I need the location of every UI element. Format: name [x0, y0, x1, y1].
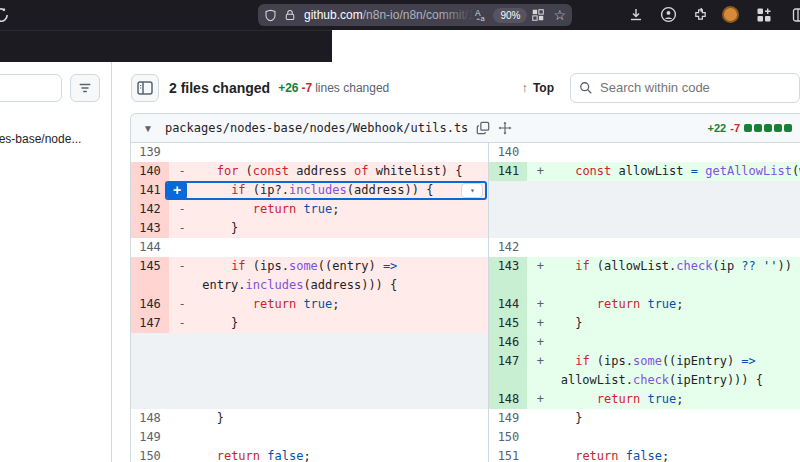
diff-filler-row [131, 333, 488, 409]
file-filter-input[interactable] [0, 74, 62, 102]
line-number[interactable]: 145 [489, 314, 527, 333]
copy-path-button[interactable] [476, 121, 490, 135]
arrow-up-icon: ↑ [521, 80, 528, 95]
line-marker: - [169, 200, 195, 219]
diff-row-new-141: 141+ const allowList = getAllowList(whit… [489, 162, 800, 181]
line-marker [527, 409, 553, 428]
line-number[interactable]: 143 [131, 219, 169, 238]
line-number[interactable]: 150 [131, 447, 169, 462]
sidebar-toggle-icon [137, 81, 153, 95]
line-number[interactable]: 144 [131, 238, 169, 257]
diff-row-new-145: 145+ } [489, 314, 800, 333]
grid-icon[interactable] [531, 8, 545, 22]
line-marker: + [527, 352, 553, 390]
diff-row-new-142: 142 [489, 238, 800, 257]
line-code [553, 333, 800, 352]
reload-icon[interactable] [0, 6, 10, 24]
line-code: return true; [553, 295, 800, 314]
diff-row-new-150: 150 [489, 428, 800, 447]
line-marker: - [169, 257, 195, 295]
line-code: return false; [195, 447, 488, 462]
line-marker: - [169, 162, 195, 181]
line-number[interactable]: 147 [489, 352, 527, 390]
line-marker: + [527, 257, 553, 295]
diff-row-old-146: 146- return true; [131, 295, 488, 314]
line-number[interactable]: 140 [131, 162, 169, 181]
line-marker [169, 238, 195, 257]
line-number[interactable]: 139 [131, 143, 169, 162]
search-input[interactable] [600, 80, 780, 95]
line-number[interactable]: 148 [131, 409, 169, 428]
diff-blocks [742, 124, 792, 132]
line-code: return false; [553, 447, 800, 462]
diff-row-new-146: 146+ [489, 333, 800, 352]
extension-icon[interactable] [693, 7, 708, 22]
diff-header: 2 files changed +26 -7 lines changed ↑ T… [113, 62, 800, 113]
zoom-level-badge[interactable]: 90% [493, 8, 527, 23]
line-number[interactable]: 150 [489, 428, 527, 447]
line-number[interactable]: 141 [131, 181, 169, 200]
line-number[interactable]: 142 [489, 238, 527, 257]
line-marker: + [527, 314, 553, 333]
tree-item-file[interactable]: les-base/node... [0, 132, 81, 146]
line-marker [169, 447, 195, 462]
account-icon[interactable] [660, 6, 677, 23]
search-within-code-box[interactable] [570, 73, 800, 103]
line-code: } [553, 314, 800, 333]
line-code: } [195, 219, 488, 238]
line-number[interactable]: 146 [489, 333, 527, 352]
line-number[interactable]: 142 [131, 200, 169, 219]
line-number[interactable]: 140 [489, 143, 527, 162]
back-to-top-link[interactable]: ↑ Top [521, 80, 554, 95]
line-number[interactable]: 141 [489, 162, 527, 181]
line-number[interactable]: 145 [131, 257, 169, 295]
line-number[interactable]: 151 [489, 447, 527, 462]
line-number[interactable]: 143 [489, 257, 527, 295]
diff-row-old-144: 144 [131, 238, 488, 257]
tab-strip: CD Segurança – Conver... [0, 30, 332, 62]
files-changed-title: 2 files changed [169, 80, 270, 96]
download-icon[interactable] [628, 7, 644, 23]
file-additions: +22 [708, 122, 727, 134]
drag-handle-icon[interactable] [498, 121, 512, 135]
line-code: return true; [195, 200, 488, 219]
line-number[interactable]: 147 [131, 314, 169, 333]
lock-icon[interactable] [284, 9, 296, 21]
diff-block [774, 124, 782, 132]
diff-row-old-150: 150 return false; [131, 447, 488, 462]
translate-icon[interactable]: Aa [474, 8, 489, 23]
line-marker [527, 428, 553, 447]
line-code: } [195, 409, 488, 428]
add-comment-button[interactable]: + [167, 181, 187, 200]
line-marker [527, 143, 553, 162]
file-diff-container: ▼ packages/nodes-base/nodes/Webhook/util… [130, 113, 800, 462]
chevron-down-icon[interactable]: ▼ [139, 123, 157, 134]
line-code: } [195, 314, 488, 333]
sidebar-icon[interactable] [792, 7, 800, 23]
file-path: packages/nodes-base/nodes/Webhook/utils.… [165, 121, 468, 135]
star-icon[interactable]: ☆ [553, 7, 566, 23]
line-number[interactable]: 149 [131, 428, 169, 447]
shield-icon[interactable] [264, 9, 277, 22]
search-icon [579, 81, 593, 95]
toggle-file-tree-button[interactable] [131, 74, 159, 102]
line-marker: - [169, 219, 195, 238]
deletions-count: -7 [302, 81, 313, 95]
extensions-grid-icon[interactable] [756, 7, 772, 23]
line-marker [527, 447, 553, 462]
line-marker [169, 143, 195, 162]
line-number[interactable]: 144 [489, 295, 527, 314]
diff-row-new-143: 143+ if (allowList.check(ip ?? '')) { [489, 257, 800, 295]
line-number[interactable]: 149 [489, 409, 527, 428]
diff-row-new-140: 140 [489, 143, 800, 162]
orange-extension-icon[interactable] [722, 6, 739, 23]
line-menu-caret-button[interactable]: ▾ [461, 183, 483, 198]
filter-button[interactable] [70, 74, 100, 102]
line-number[interactable]: 146 [131, 295, 169, 314]
lines-changed-label: lines changed [315, 81, 389, 95]
line-marker: + [527, 333, 553, 352]
github-page: les-base/node... 2 files changed +26 -7 … [0, 62, 800, 462]
url-bar[interactable]: github.com/n8n-io/n8n/commit/11f8597d4ad… [258, 4, 572, 26]
diff-row-old-148: 148 } [131, 409, 488, 428]
line-number[interactable]: 148 [489, 390, 527, 409]
